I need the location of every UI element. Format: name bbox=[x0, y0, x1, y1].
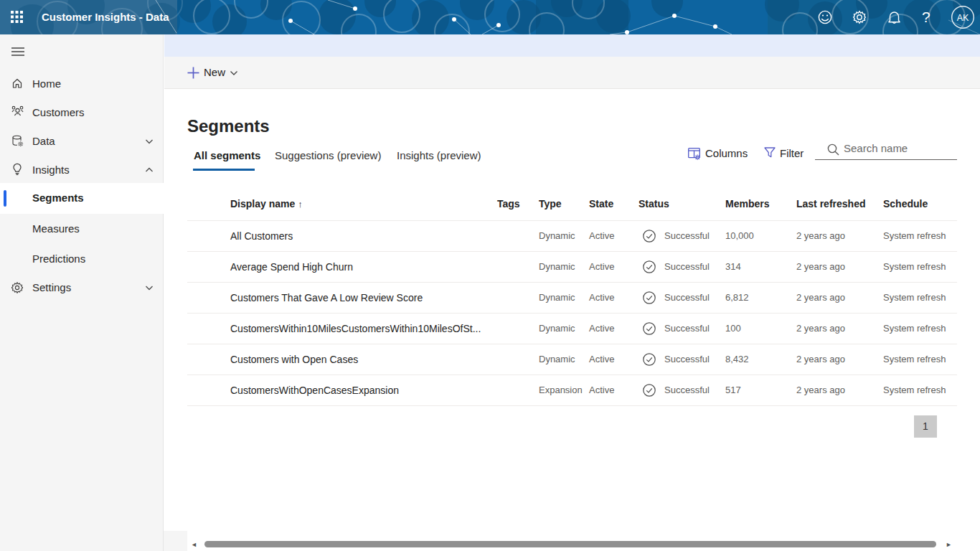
svg-text:Customer Insights - Data: Customer Insights - Data bbox=[42, 11, 169, 23]
svg-text:?: ? bbox=[922, 9, 930, 25]
svg-text:AK: AK bbox=[957, 13, 969, 23]
